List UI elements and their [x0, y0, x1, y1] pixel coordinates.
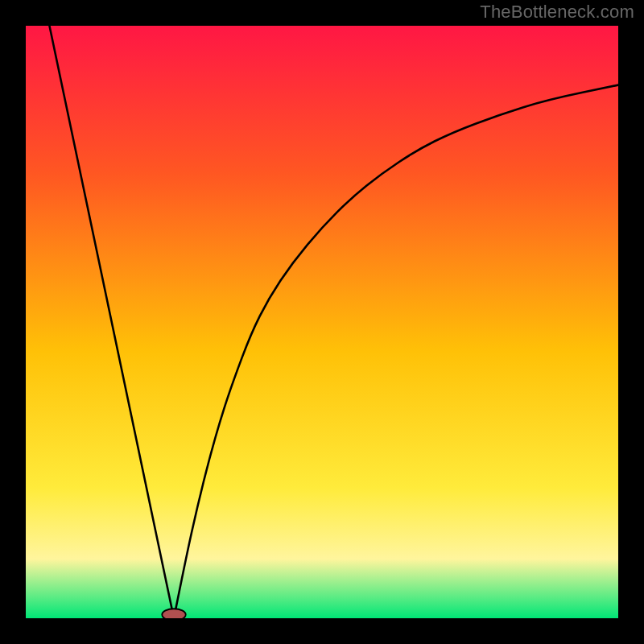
chart-svg [26, 26, 618, 618]
watermark-text: TheBottleneck.com [480, 2, 634, 23]
gradient-background [26, 26, 618, 618]
plot-area [26, 26, 618, 618]
notch-marker [162, 609, 185, 618]
chart-frame: TheBottleneck.com [0, 0, 644, 644]
